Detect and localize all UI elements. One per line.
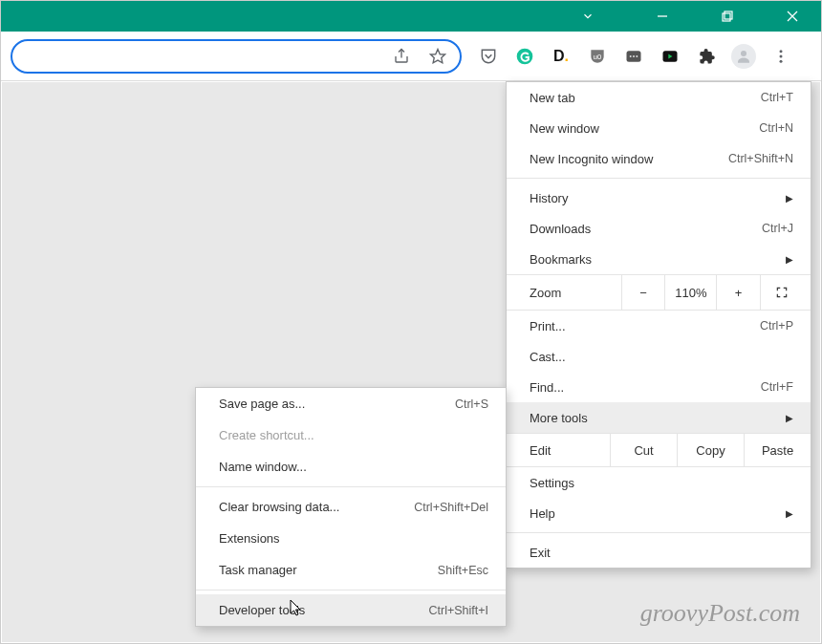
menu-label: New tab bbox=[530, 91, 575, 105]
menu-label: New window bbox=[530, 121, 599, 136]
menu-shortcut: Ctrl+Shift+Del bbox=[414, 501, 488, 514]
menu-shortcut: Ctrl+P bbox=[760, 319, 793, 333]
menu-new-tab[interactable]: New tab Ctrl+T bbox=[507, 82, 811, 113]
extensions-row: D. u0 bbox=[477, 44, 792, 69]
menu-bookmarks[interactable]: Bookmarks ▶ bbox=[507, 244, 811, 274]
menu-label: Clear browsing data... bbox=[219, 500, 339, 514]
menu-label: Find... bbox=[530, 380, 564, 395]
svg-point-16 bbox=[780, 50, 783, 53]
menu-shortcut: Ctrl+Shift+N bbox=[728, 152, 793, 165]
titlebar bbox=[1, 1, 821, 32]
svg-point-7 bbox=[517, 48, 533, 64]
menu-settings[interactable]: Settings bbox=[507, 467, 811, 498]
menu-shortcut: Ctrl+S bbox=[455, 397, 488, 411]
menu-shortcut: Ctrl+J bbox=[762, 222, 793, 235]
menu-label: More tools bbox=[530, 411, 588, 425]
paste-button[interactable]: Paste bbox=[744, 434, 811, 466]
menu-label: Settings bbox=[530, 476, 574, 490]
copy-button[interactable]: Copy bbox=[677, 434, 744, 466]
submenu-save-page[interactable]: Save page as... Ctrl+S bbox=[196, 388, 506, 419]
menu-label: Exit bbox=[530, 546, 551, 560]
submenu-arrow-icon: ▶ bbox=[786, 193, 793, 204]
submenu-clear-browsing[interactable]: Clear browsing data... Ctrl+Shift+Del bbox=[196, 491, 506, 523]
submenu-create-shortcut: Create shortcut... bbox=[196, 419, 506, 451]
submenu-arrow-icon: ▶ bbox=[786, 413, 793, 423]
submenu-developer-tools[interactable]: Developer tools Ctrl+Shift+I bbox=[196, 594, 506, 626]
menu-shortcut: Ctrl+T bbox=[761, 91, 793, 104]
menu-shortcut: Ctrl+F bbox=[761, 380, 793, 394]
menu-downloads[interactable]: Downloads Ctrl+J bbox=[507, 213, 811, 244]
browser-window: D. u0 New tab Ctrl+T bbox=[0, 0, 822, 644]
star-icon[interactable] bbox=[429, 48, 446, 65]
menu-label: Create shortcut... bbox=[219, 428, 314, 442]
svg-point-18 bbox=[780, 59, 783, 62]
menu-label: Downloads bbox=[530, 222, 591, 236]
svg-rect-2 bbox=[725, 11, 732, 19]
menu-find[interactable]: Find... Ctrl+F bbox=[507, 372, 811, 402]
svg-point-10 bbox=[630, 55, 632, 57]
svg-rect-1 bbox=[723, 13, 730, 21]
submenu-task-manager[interactable]: Task manager Shift+Esc bbox=[196, 554, 506, 586]
kebab-menu-icon[interactable] bbox=[769, 45, 792, 68]
chrome-menu: New tab Ctrl+T New window Ctrl+N New Inc… bbox=[506, 81, 811, 569]
menu-new-window[interactable]: New window Ctrl+N bbox=[507, 113, 811, 143]
menu-label: Save page as... bbox=[219, 397, 305, 411]
watermark: groovyPost.com bbox=[640, 599, 800, 628]
menu-separator bbox=[507, 178, 811, 179]
submenu-arrow-icon: ▶ bbox=[786, 508, 793, 519]
menu-shortcut: Ctrl+Shift+I bbox=[428, 604, 488, 617]
svg-marker-6 bbox=[431, 49, 445, 62]
menu-label: Name window... bbox=[219, 460, 307, 474]
submenu-arrow-icon: ▶ bbox=[786, 254, 793, 265]
menu-history[interactable]: History ▶ bbox=[507, 182, 811, 213]
svg-point-12 bbox=[636, 55, 638, 57]
submenu-extensions[interactable]: Extensions bbox=[196, 523, 506, 554]
menu-label: Help bbox=[530, 506, 555, 521]
zoom-value: 110% bbox=[664, 275, 716, 310]
menu-zoom-row: Zoom − 110% + bbox=[507, 274, 811, 311]
menu-label: Task manager bbox=[219, 563, 297, 577]
menu-separator bbox=[196, 486, 506, 487]
svg-text:u0: u0 bbox=[594, 52, 601, 60]
menu-exit[interactable]: Exit bbox=[507, 537, 811, 568]
cut-button[interactable]: Cut bbox=[610, 434, 677, 466]
menu-label: Extensions bbox=[219, 531, 280, 546]
menu-help[interactable]: Help ▶ bbox=[507, 498, 811, 528]
omnibox[interactable] bbox=[11, 39, 462, 74]
menu-edit-row: Edit Cut Copy Paste bbox=[507, 433, 811, 467]
zoom-label: Zoom bbox=[530, 286, 621, 300]
menu-shortcut: Ctrl+N bbox=[759, 121, 793, 135]
menu-print[interactable]: Print... Ctrl+P bbox=[507, 311, 811, 341]
tab-dropdown-icon[interactable] bbox=[569, 1, 607, 32]
close-button[interactable] bbox=[773, 1, 811, 32]
ext-slides-icon[interactable] bbox=[622, 45, 645, 68]
ext-media-icon[interactable] bbox=[659, 45, 681, 68]
maximize-button[interactable] bbox=[708, 1, 746, 32]
ublock-icon[interactable]: u0 bbox=[586, 45, 609, 68]
svg-point-17 bbox=[780, 54, 783, 57]
zoom-out-button[interactable]: − bbox=[621, 275, 664, 310]
submenu-name-window[interactable]: Name window... bbox=[196, 451, 506, 483]
menu-cast[interactable]: Cast... bbox=[507, 341, 811, 372]
extensions-puzzle-icon[interactable] bbox=[695, 45, 718, 68]
minimize-button[interactable] bbox=[643, 1, 681, 32]
zoom-in-button[interactable]: + bbox=[716, 275, 759, 310]
menu-label: Print... bbox=[530, 319, 566, 333]
menu-label: Developer tools bbox=[219, 603, 305, 617]
svg-point-11 bbox=[633, 55, 635, 57]
toolbar: D. u0 bbox=[1, 32, 821, 81]
menu-label: Bookmarks bbox=[530, 252, 592, 267]
more-tools-submenu: Save page as... Ctrl+S Create shortcut..… bbox=[195, 387, 507, 627]
menu-separator bbox=[196, 590, 506, 590]
fullscreen-button[interactable] bbox=[760, 275, 803, 310]
menu-more-tools[interactable]: More tools ▶ bbox=[507, 402, 811, 433]
ext-d-icon[interactable]: D. bbox=[550, 45, 573, 68]
menu-label: New Incognito window bbox=[530, 152, 653, 166]
profile-avatar[interactable] bbox=[731, 44, 756, 69]
svg-point-15 bbox=[741, 51, 746, 56]
menu-new-incognito[interactable]: New Incognito window Ctrl+Shift+N bbox=[507, 143, 811, 174]
menu-label: History bbox=[530, 191, 568, 205]
pocket-icon[interactable] bbox=[477, 45, 500, 68]
grammarly-icon[interactable] bbox=[513, 45, 536, 68]
share-icon[interactable] bbox=[393, 48, 410, 65]
